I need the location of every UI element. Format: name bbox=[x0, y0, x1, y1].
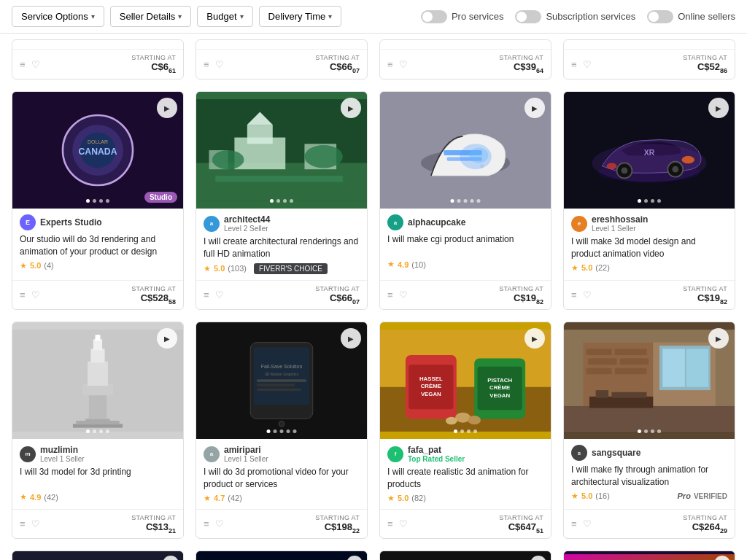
online-sellers-label: Online sellers bbox=[678, 11, 735, 22]
card-footer: ≡ ♡ STARTING AT C$52858 bbox=[12, 280, 183, 310]
online-sellers-toggle[interactable] bbox=[647, 10, 673, 23]
menu-icon[interactable]: ≡ bbox=[387, 289, 393, 300]
play-button[interactable]: ▶ bbox=[157, 328, 177, 349]
card-thumb[interactable]: ▶ bbox=[564, 322, 735, 439]
seller-row: a alphacupcake bbox=[387, 214, 543, 230]
menu-icon[interactable]: ≡ bbox=[571, 518, 577, 529]
starting-at: STARTING AT bbox=[499, 285, 543, 292]
card-thumb[interactable]: HASSEL CRÈME VEGAN PISTACH CRÈME VEGAN ▶ bbox=[380, 322, 551, 439]
card-thumb[interactable]: ▶ ▶ bbox=[380, 551, 551, 560]
budget-button[interactable]: Budget ▾ bbox=[197, 6, 252, 27]
heart-icon[interactable]: ♡ bbox=[31, 289, 40, 300]
menu-icon[interactable]: ≡ bbox=[571, 59, 577, 70]
seller-name[interactable]: sangsquare bbox=[592, 448, 640, 458]
card-title[interactable]: I will do 3d promotional video for your … bbox=[204, 466, 360, 491]
rating-count: (4) bbox=[44, 261, 53, 270]
play-button[interactable]: ▶ bbox=[525, 328, 545, 349]
menu-icon[interactable]: ≡ bbox=[387, 59, 393, 70]
seller-info: fafa_pat Top Rated Seller bbox=[408, 445, 465, 463]
seller-details-label: Seller Details bbox=[120, 11, 176, 22]
seller-name[interactable]: alphacupcake bbox=[408, 217, 465, 228]
seller-info: Experts Studio bbox=[40, 217, 102, 228]
heart-icon[interactable]: ♡ bbox=[399, 289, 408, 300]
seller-row: f fafa_pat Top Rated Seller bbox=[387, 445, 543, 463]
dots bbox=[451, 199, 481, 203]
heart-icon[interactable]: ♡ bbox=[399, 518, 408, 529]
price: C$1982 bbox=[683, 292, 727, 306]
svg-point-15 bbox=[304, 145, 342, 168]
seller-details-button[interactable]: Seller Details ▾ bbox=[110, 6, 192, 27]
heart-icon[interactable]: ♡ bbox=[583, 59, 592, 70]
seller-name[interactable]: Experts Studio bbox=[40, 217, 102, 228]
svg-text:CANADA: CANADA bbox=[79, 147, 117, 157]
card-thumb[interactable]: XR ▶ bbox=[564, 92, 735, 209]
rating-row: ★ 5.0 (22) bbox=[571, 263, 727, 273]
play-button[interactable]: ▶ bbox=[525, 98, 545, 118]
seller-name[interactable]: amiripari bbox=[224, 445, 268, 455]
bottom-card-3: ▶ ▶ bbox=[379, 551, 551, 560]
svg-rect-39 bbox=[93, 339, 102, 350]
price: C$3964 bbox=[499, 61, 543, 74]
card-thumb[interactable]: Personalised 10° ▶ bbox=[564, 551, 735, 560]
top-card-1: ≡ ♡ STARTING AT C$661 bbox=[12, 39, 184, 79]
play-button[interactable]: ▶ bbox=[341, 98, 361, 118]
menu-icon[interactable]: ≡ bbox=[571, 289, 577, 300]
play-button[interactable]: ▶ bbox=[157, 98, 177, 118]
card-thumb[interactable]: Fail-Save Solution 3D Motion Graphics ▶ bbox=[196, 322, 367, 439]
card-thumb[interactable]: ▶ bbox=[196, 551, 367, 560]
card-thumb[interactable]: CANADA DOLLAR ▶ Studio bbox=[12, 92, 183, 209]
heart-icon[interactable]: ♡ bbox=[31, 59, 40, 70]
rating-value: 5.0 bbox=[581, 491, 592, 500]
service-options-button[interactable]: Service Options ▾ bbox=[12, 6, 104, 27]
card-title[interactable]: I will make 3d model design and product … bbox=[571, 236, 727, 260]
card-title[interactable]: I will create realistic 3d animation for… bbox=[387, 466, 543, 491]
menu-icon[interactable]: ≡ bbox=[20, 59, 26, 70]
card-title[interactable]: I will make cgi product animation bbox=[387, 233, 543, 257]
pro-services-toggle[interactable] bbox=[421, 10, 447, 23]
card-body: s sangsquare I will make fly through ani… bbox=[564, 439, 735, 509]
seller-name[interactable]: muzlimin bbox=[40, 445, 85, 455]
play-button[interactable]: ▶ bbox=[708, 98, 729, 118]
seller-name[interactable]: ereshhossain bbox=[592, 214, 648, 225]
play-button[interactable]: ▶ bbox=[708, 328, 729, 349]
menu-icon[interactable]: ≡ bbox=[20, 518, 26, 529]
avatar: a bbox=[387, 214, 403, 230]
bottom-card-4: Personalised 10° ▶ bbox=[563, 551, 735, 560]
rating-count: (82) bbox=[411, 494, 426, 502]
heart-icon[interactable]: ♡ bbox=[215, 518, 224, 529]
svg-text:DOLLAR: DOLLAR bbox=[88, 139, 108, 144]
starting-at: STARTING AT bbox=[683, 285, 727, 292]
card-thumb[interactable]: ▶ bbox=[380, 92, 551, 209]
heart-icon[interactable]: ♡ bbox=[583, 518, 592, 529]
card-title[interactable]: Our studio will do 3d rendering and anim… bbox=[20, 233, 176, 258]
menu-icon[interactable]: ≡ bbox=[204, 59, 209, 70]
seller-level: Level 1 Seller bbox=[592, 225, 648, 233]
subscription-services-toggle[interactable] bbox=[515, 10, 541, 23]
delivery-time-button[interactable]: Delivery Time ▾ bbox=[259, 6, 342, 27]
menu-icon[interactable]: ≡ bbox=[204, 289, 209, 300]
menu-icon[interactable]: ≡ bbox=[204, 518, 209, 529]
heart-icon[interactable]: ♡ bbox=[583, 289, 592, 300]
play-button[interactable]: ▶ bbox=[341, 328, 361, 349]
card-title[interactable]: I will 3d model for 3d printing bbox=[20, 466, 176, 489]
seller-info: alphacupcake bbox=[408, 217, 465, 228]
menu-icon[interactable]: ≡ bbox=[387, 518, 393, 529]
card-thumb[interactable]: 3D Model ▶ bbox=[12, 551, 183, 560]
menu-icon[interactable]: ≡ bbox=[20, 289, 26, 300]
avatar: E bbox=[20, 214, 36, 230]
heart-icon[interactable]: ♡ bbox=[399, 59, 408, 70]
card-ereshhossain: XR ▶ e ereshhossain Level 1 Seller I wil… bbox=[563, 91, 735, 310]
card-title[interactable]: I will create architectural renderings a… bbox=[204, 236, 360, 260]
seller-name[interactable]: fafa_pat bbox=[408, 445, 465, 455]
card-thumb[interactable]: ▶ bbox=[12, 322, 183, 439]
rating-value: 5.0 bbox=[214, 264, 225, 273]
svg-rect-79 bbox=[587, 368, 612, 375]
heart-icon[interactable]: ♡ bbox=[215, 59, 224, 70]
svg-rect-49 bbox=[257, 384, 295, 386]
seller-name[interactable]: architect44 bbox=[224, 214, 270, 225]
card-title[interactable]: I will make fly through animation for ar… bbox=[571, 464, 727, 489]
heart-icon[interactable]: ♡ bbox=[31, 518, 40, 529]
price: C$661 bbox=[131, 61, 176, 74]
heart-icon[interactable]: ♡ bbox=[215, 289, 224, 300]
card-thumb[interactable]: ▶ bbox=[196, 92, 367, 209]
